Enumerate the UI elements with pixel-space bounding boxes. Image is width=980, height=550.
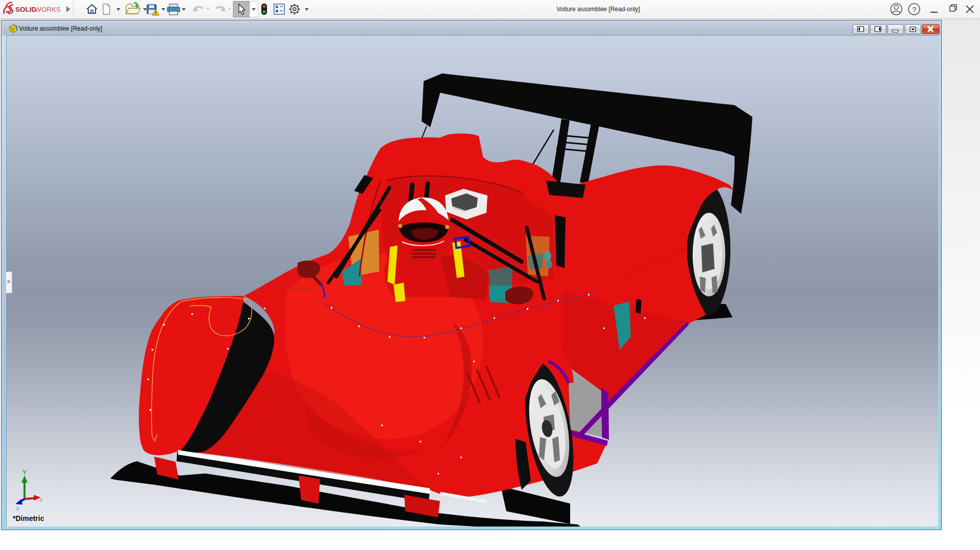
svg-text:Y: Y bbox=[22, 469, 27, 476]
svg-text:x: x bbox=[40, 496, 43, 503]
svg-text:z: z bbox=[16, 505, 19, 511]
svg-text:?: ? bbox=[912, 5, 916, 14]
